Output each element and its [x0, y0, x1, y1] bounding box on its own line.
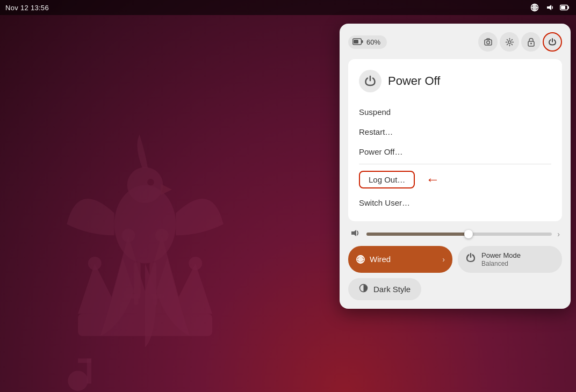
poweroff-item[interactable]: Power Off…: [359, 142, 551, 162]
wired-chevron-icon: ›: [442, 255, 445, 264]
switch-user-item[interactable]: Switch User…: [359, 193, 551, 213]
svg-rect-13: [134, 294, 138, 306]
svg-point-32: [486, 41, 489, 44]
red-arrow-indicator: ←: [426, 171, 440, 188]
svg-rect-27: [561, 6, 565, 9]
volume-icon: [350, 229, 361, 239]
wired-label: Wired: [370, 255, 391, 264]
lock-button[interactable]: [521, 32, 541, 52]
restart-item[interactable]: Restart…: [359, 122, 551, 142]
power-mode-icon: [465, 252, 476, 266]
svg-point-7: [127, 167, 163, 203]
svg-rect-10: [134, 262, 141, 296]
logout-button[interactable]: Log Out…: [359, 171, 415, 188]
dark-style-row: Dark Style: [348, 278, 562, 300]
dark-style-label: Dark Style: [373, 285, 411, 294]
datetime-display: Nov 12 13:56: [5, 4, 49, 12]
svg-rect-11: [149, 262, 156, 296]
svg-rect-15: [153, 294, 157, 306]
volume-slider-fill: [366, 233, 469, 236]
svg-point-35: [530, 42, 532, 44]
power-mode-label: Power Mode: [481, 251, 521, 260]
volume-row: ›: [348, 229, 562, 239]
svg-point-8: [147, 179, 154, 186]
topbar: Nov 12 13:56: [0, 0, 576, 15]
power-off-card: Power Off Suspend Restart… Power Off… Lo…: [348, 59, 562, 221]
svg-rect-30: [354, 40, 358, 43]
screenshot-button[interactable]: [478, 32, 498, 52]
battery-icon: [352, 38, 363, 47]
wired-network-button[interactable]: Wired ›: [348, 246, 452, 273]
volume-chevron-icon[interactable]: ›: [557, 230, 560, 238]
battery-percent-label: 60%: [366, 38, 380, 46]
dark-style-button[interactable]: Dark Style: [348, 278, 421, 300]
power-button[interactable]: [543, 32, 562, 52]
qs-header: 60%: [348, 32, 562, 52]
logout-row: Log Out… ←: [359, 166, 551, 193]
power-mode-button[interactable]: Power Mode Balanced: [458, 246, 562, 273]
svg-marker-36: [351, 230, 356, 236]
power-mode-text: Power Mode Balanced: [481, 251, 521, 267]
svg-point-33: [508, 41, 511, 43]
svg-point-16: [68, 371, 88, 391]
volume-slider[interactable]: [366, 233, 552, 236]
svg-point-5: [189, 257, 202, 270]
svg-rect-18: [78, 359, 91, 363]
topbar-system-icons: [529, 2, 571, 13]
crown-watermark: [32, 124, 258, 392]
power-card-separator: [359, 164, 551, 164]
network-topbar-icon[interactable]: [529, 2, 541, 13]
svg-point-2: [88, 257, 102, 270]
power-card-icon: [359, 70, 381, 92]
power-card-title-row: Power Off: [359, 70, 551, 92]
power-card-title: Power Off: [388, 74, 440, 88]
qs-bottom-row: Wired › Power Mode Balanced: [348, 246, 562, 273]
quick-settings-panel: 60%: [340, 24, 571, 309]
svg-marker-24: [547, 5, 551, 10]
suspend-item[interactable]: Suspend: [359, 102, 551, 122]
power-mode-sublabel: Balanced: [481, 260, 521, 267]
volume-topbar-icon[interactable]: [544, 2, 556, 13]
wired-inner: Wired: [356, 255, 391, 264]
volume-slider-thumb: [464, 230, 473, 238]
settings-button[interactable]: [500, 32, 519, 52]
battery-button[interactable]: 60%: [348, 35, 387, 49]
qs-header-action-buttons: [478, 32, 562, 52]
svg-rect-29: [362, 40, 363, 43]
svg-rect-26: [568, 6, 570, 9]
dark-style-icon: [359, 284, 368, 295]
battery-topbar-icon[interactable]: [559, 2, 571, 13]
svg-marker-9: [161, 184, 172, 195]
